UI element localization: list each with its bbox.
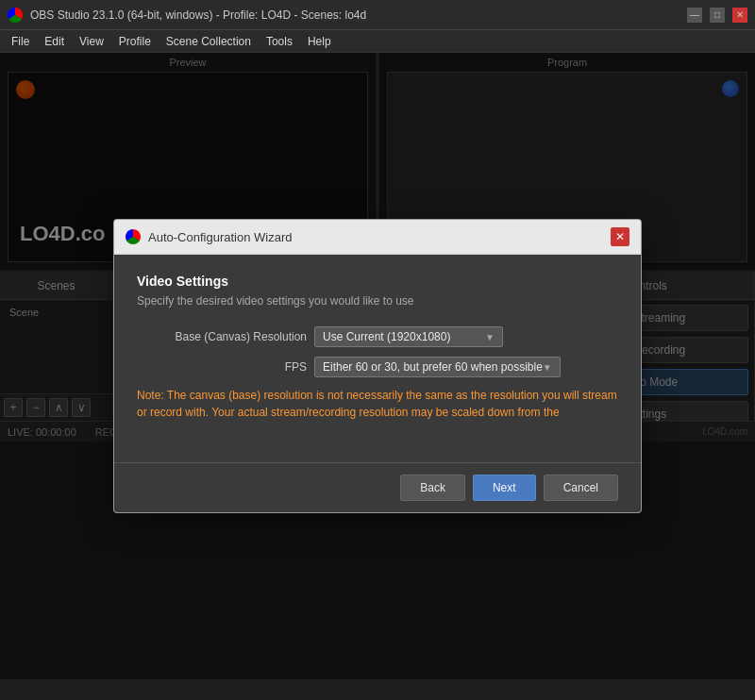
modal-overlay: Auto-Configuration Wizard ✕ Video Settin… <box>0 53 755 679</box>
menu-help[interactable]: Help <box>300 33 339 50</box>
back-button[interactable]: Back <box>400 475 465 501</box>
obs-app-icon <box>8 8 23 23</box>
menu-profile[interactable]: Profile <box>111 33 159 50</box>
main-window: OBS Studio 23.1.0 (64-bit, windows) - Pr… <box>0 0 755 700</box>
close-button[interactable]: ✕ <box>732 8 747 23</box>
fps-dropdown-arrow: ▼ <box>543 362 552 373</box>
menu-scene-collection[interactable]: Scene Collection <box>159 33 259 50</box>
resolution-label: Base (Canvas) Resolution <box>137 330 307 343</box>
title-bar: OBS Studio 23.1.0 (64-bit, windows) - Pr… <box>0 0 755 30</box>
maximize-button[interactable]: □ <box>710 8 725 23</box>
cancel-button[interactable]: Cancel <box>544 475 618 501</box>
resolution-value: Use Current (1920x1080) <box>323 330 450 343</box>
modal-title-bar: Auto-Configuration Wizard ✕ <box>114 220 641 255</box>
resolution-dropdown[interactable]: Use Current (1920x1080) ▼ <box>314 326 503 347</box>
menu-view[interactable]: View <box>72 33 111 50</box>
modal-title-text: Auto-Configuration Wizard <box>148 230 292 244</box>
fps-label: FPS <box>137 360 307 374</box>
window-controls: — □ ✕ <box>687 8 747 23</box>
modal-close-button[interactable]: ✕ <box>611 227 629 246</box>
menu-edit[interactable]: Edit <box>37 33 72 50</box>
resolution-field: Base (Canvas) Resolution Use Current (19… <box>137 326 618 347</box>
fps-dropdown[interactable]: Either 60 or 30, but prefer 60 when poss… <box>314 357 561 377</box>
fps-field: FPS Either 60 or 30, but prefer 60 when … <box>137 357 618 377</box>
title-bar-text: OBS Studio 23.1.0 (64-bit, windows) - Pr… <box>30 8 366 22</box>
minimize-button[interactable]: — <box>687 8 702 23</box>
modal-obs-icon <box>126 229 141 244</box>
resolution-dropdown-arrow: ▼ <box>485 332 495 342</box>
next-button[interactable]: Next <box>473 475 536 501</box>
modal-title-container: Auto-Configuration Wizard <box>126 229 292 244</box>
modal-body: Video Settings Specify the desired video… <box>114 255 641 462</box>
fps-value: Either 60 or 30, but prefer 60 when poss… <box>323 360 543 374</box>
modal-footer: Back Next Cancel <box>114 462 641 512</box>
modal-note: Note: The canvas (base) resolution is no… <box>137 387 618 421</box>
modal-section-title: Video Settings <box>137 274 618 289</box>
menu-tools[interactable]: Tools <box>259 33 300 50</box>
menu-bar: File Edit View Profile Scene Collection … <box>0 30 755 53</box>
modal-section-desc: Specify the desired video settings you w… <box>137 294 618 308</box>
menu-file[interactable]: File <box>4 33 37 50</box>
auto-config-wizard-modal: Auto-Configuration Wizard ✕ Video Settin… <box>113 219 642 513</box>
